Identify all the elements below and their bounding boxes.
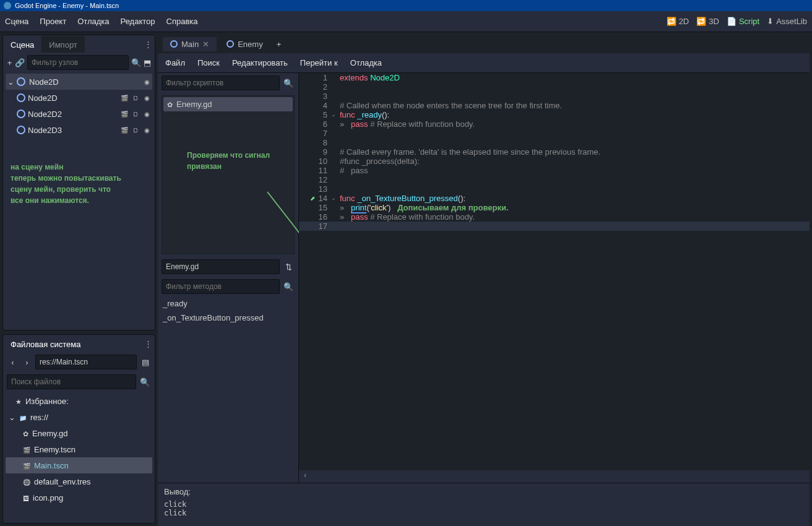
mode-3d[interactable]: 🔁 3D <box>696 17 719 26</box>
scene-tabs: Main ✕ Enemy + <box>158 35 810 53</box>
visibility-icon[interactable] <box>142 126 151 134</box>
chevron-down-icon[interactable]: ⌄ <box>7 77 14 87</box>
favorites-row[interactable]: Избранное: <box>6 393 152 409</box>
collapse-icon[interactable]: ⬒ <box>144 56 151 69</box>
add-tab-icon[interactable]: + <box>273 38 285 50</box>
script-annotation: Проверяем что сигнал привязан <box>162 113 294 178</box>
env-icon <box>23 477 30 486</box>
code-editor[interactable]: 1extends Node2D 2 3 4# Called when the n… <box>299 73 810 470</box>
search-icon[interactable]: 🔍 <box>139 376 151 388</box>
split-view-icon[interactable]: ▤ <box>139 356 151 368</box>
nav-back-icon[interactable]: ‹ <box>7 356 19 368</box>
image-icon <box>23 493 29 502</box>
search-icon[interactable]: 🔍 <box>282 77 295 89</box>
file-row[interactable]: default_env.tres <box>6 473 152 489</box>
menu-help[interactable]: Справка <box>166 17 198 26</box>
instance-icon[interactable] <box>120 126 129 134</box>
mode-assetlib[interactable]: ⬇ AssetLib <box>767 17 807 26</box>
link-icon[interactable]: 🔗 <box>15 56 25 69</box>
fold-icon[interactable]: ⌄ <box>331 111 336 118</box>
node2d-icon <box>17 77 25 86</box>
script-menu-goto[interactable]: Перейти к <box>300 58 338 67</box>
node2d-icon <box>17 110 25 118</box>
collapse-panel-icon[interactable]: ‹ <box>299 470 810 483</box>
node2d-icon <box>170 40 178 48</box>
add-node-icon[interactable]: + <box>7 56 12 69</box>
tab-import[interactable]: Импорт <box>41 36 84 53</box>
file-row[interactable]: Enemy.gd <box>6 425 152 441</box>
script-icon[interactable]: 🗋 <box>131 93 140 102</box>
scene-tab-main[interactable]: Main ✕ <box>163 37 217 51</box>
file-row[interactable]: Main.tscn <box>6 457 152 473</box>
tab-scene[interactable]: Сцена <box>3 36 41 53</box>
script-menu-file[interactable]: Файл <box>165 58 185 67</box>
mode-2d[interactable]: 🔁 2D <box>667 17 689 26</box>
method-filter-input[interactable] <box>162 279 280 294</box>
scene-panel: Сцена Импорт ⋮ + 🔗 🔍 ⬒ ⌄ Node2D <box>2 35 155 330</box>
script-icon[interactable]: 🗋 <box>131 126 140 134</box>
nav-fwd-icon[interactable]: › <box>21 356 33 368</box>
sort-icon[interactable]: ⇅ <box>282 261 295 273</box>
visibility-icon[interactable] <box>142 93 151 102</box>
scene-tab-enemy[interactable]: Enemy <box>219 37 270 51</box>
window-title: Godot Engine - Enemy - Main.tscn <box>15 2 119 9</box>
scene-icon <box>23 461 30 470</box>
path-input[interactable] <box>35 355 137 369</box>
method-item[interactable]: _ready <box>158 296 298 311</box>
search-icon[interactable]: 🔍 <box>131 56 141 69</box>
scene-child-node[interactable]: Node2D2 🗋 <box>6 106 152 122</box>
mode-script[interactable]: 📄 Script <box>727 17 759 26</box>
scene-panel-menu-icon[interactable]: ⋮ <box>144 40 152 49</box>
node2d-icon <box>17 126 25 134</box>
visibility-icon[interactable] <box>142 77 151 86</box>
search-icon[interactable]: 🔍 <box>282 280 295 293</box>
visibility-icon[interactable] <box>142 110 151 118</box>
script-menubar: Файл Поиск Редактировать Перейти к Отлад… <box>158 53 810 73</box>
script-menu-search[interactable]: Поиск <box>197 58 220 67</box>
output-panel: Вывод: click click <box>158 483 810 526</box>
tab-filesystem[interactable]: Файловая система <box>3 335 88 352</box>
titlebar: Godot Engine - Enemy - Main.tscn <box>0 0 812 11</box>
method-list: _ready _on_TextureButton_pressed <box>158 296 298 325</box>
chevron-down-icon[interactable]: ⌄ <box>8 413 15 422</box>
current-script-input[interactable] <box>162 259 280 274</box>
output-text: click click <box>164 500 803 517</box>
filesystem-menu-icon[interactable]: ⋮ <box>144 339 152 348</box>
fold-icon[interactable]: ⌄ <box>331 195 336 201</box>
node2d-icon <box>17 93 25 102</box>
menu-editor[interactable]: Редактор <box>121 17 155 26</box>
godot-icon <box>4 2 11 9</box>
file-search-input[interactable] <box>7 374 136 389</box>
menubar: Сцена Проект Отладка Редактор Справка 🔁 … <box>0 11 812 32</box>
folder-icon <box>19 413 27 422</box>
script-list-item[interactable]: Enemy.gd <box>163 97 293 111</box>
close-icon[interactable]: ✕ <box>202 40 209 49</box>
filesystem-panel: Файловая система ⋮ ‹ › ▤ 🔍 Избранное: ⌄r… <box>2 334 155 524</box>
scene-child-node[interactable]: Node2D3 🗋 <box>6 122 152 138</box>
signal-connected-icon[interactable]: ⬈ <box>310 195 315 202</box>
instance-icon[interactable] <box>120 93 129 102</box>
menu-debug[interactable]: Отладка <box>77 17 109 26</box>
star-icon <box>15 397 22 406</box>
gdscript-icon <box>167 100 173 109</box>
scene-icon <box>23 445 30 454</box>
output-label: Вывод: <box>164 487 803 496</box>
file-row[interactable]: icon.png <box>6 489 152 506</box>
script-icon[interactable]: 🗋 <box>131 110 140 118</box>
scene-tree: ⌄ Node2D Node2D 🗋 Node2D2 🗋 N <box>3 72 155 212</box>
script-sidebar: 🔍 Enemy.gd Проверяем что сигнал привязан <box>158 73 299 483</box>
gdscript-icon <box>23 429 28 438</box>
menu-project[interactable]: Проект <box>40 17 66 26</box>
file-row[interactable]: Enemy.tscn <box>6 441 152 457</box>
menu-scene[interactable]: Сцена <box>5 17 28 26</box>
res-root-row[interactable]: ⌄res:// <box>6 409 152 425</box>
script-filter-input[interactable] <box>162 75 280 90</box>
instance-icon[interactable] <box>120 110 129 118</box>
scene-filter-input[interactable] <box>27 55 129 70</box>
scene-root-node[interactable]: ⌄ Node2D <box>6 74 152 90</box>
scene-child-node[interactable]: Node2D 🗋 <box>6 90 152 106</box>
script-menu-debug[interactable]: Отладка <box>350 58 382 67</box>
method-item[interactable]: _on_TextureButton_pressed <box>158 311 298 325</box>
scene-annotation: на сцену мейн теперь можно повытаскивать… <box>6 157 152 211</box>
script-menu-edit[interactable]: Редактировать <box>232 58 288 67</box>
